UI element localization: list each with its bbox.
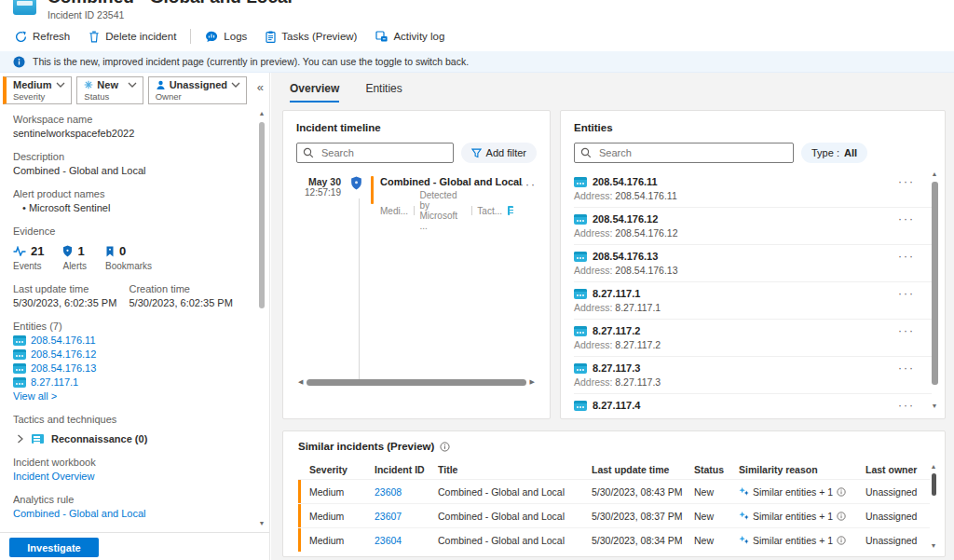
investigate-button[interactable]: Investigate <box>9 538 99 557</box>
column-header-last-owner[interactable]: Last owner <box>865 464 930 475</box>
list-item[interactable]: 8.27.117.3 ··· Address: 8.27.117.3 <box>574 357 932 394</box>
tasks-button[interactable]: Tasks (Preview) <box>256 25 366 48</box>
more-options-button[interactable]: ··· <box>898 289 915 298</box>
scroll-up-icon[interactable]: ▲ <box>256 110 267 116</box>
incident-icon <box>13 0 36 15</box>
list-item[interactable]: 208.54.176.12 ··· Address: 208.54.176.12 <box>574 208 932 245</box>
delete-incident-button[interactable]: Delete incident <box>79 25 185 48</box>
view-all-entities-link[interactable]: View all > <box>13 390 57 402</box>
column-header-title[interactable]: Title <box>438 464 592 475</box>
tactic-name: Reconnaissance (0) <box>51 433 147 444</box>
more-options-button[interactable]: ··· <box>898 177 915 186</box>
chevron-right-icon[interactable] <box>17 434 24 444</box>
column-header-last-update[interactable]: Last update time <box>592 464 694 475</box>
scroll-up-icon[interactable]: ▲ <box>929 171 940 177</box>
similar-incidents-card: Similar incidents (Preview) Severity Inc… <box>282 430 946 557</box>
scrollbar-thumb[interactable] <box>932 182 938 385</box>
status-dropdown[interactable]: New Status <box>76 76 143 104</box>
list-item[interactable]: 208.54.176.11 ··· Address: 208.54.176.11 <box>574 171 932 208</box>
entity-link[interactable]: 8.27.117.1 <box>31 376 78 388</box>
activity-log-icon <box>375 31 388 42</box>
scrollbar-thumb[interactable] <box>307 379 525 386</box>
scrollbar-thumb[interactable] <box>259 122 265 308</box>
scroll-up-icon[interactable]: ▲ <box>928 463 939 470</box>
incident-id-link[interactable]: 23608 <box>375 486 402 498</box>
info-circle-icon[interactable] <box>837 487 846 497</box>
logs-button[interactable]: Logs <box>196 25 256 48</box>
analytics-rule-link[interactable]: Combined - Global and Local <box>13 508 145 519</box>
list-item[interactable]: 208.54.176.13 ··· Address: 208.54.176.13 <box>574 245 932 282</box>
scroll-down-icon[interactable]: ▼ <box>929 403 940 409</box>
column-header-status[interactable]: Status <box>694 464 739 475</box>
scrollbar-thumb[interactable] <box>932 473 936 496</box>
incident-workbook-link[interactable]: Incident Overview <box>13 471 94 482</box>
scroll-left-icon[interactable]: ◀ <box>298 378 303 386</box>
similar-incidents-table: Severity Incident ID Title Last update t… <box>298 460 930 552</box>
logs-icon <box>205 31 218 43</box>
times-row: Last update time 5/30/2023, 6:02:35 PM C… <box>13 283 245 321</box>
entities-scrollbar[interactable]: ▲ ▼ <box>929 171 940 409</box>
collapse-panel-button[interactable]: « <box>257 80 264 94</box>
search-icon <box>580 147 592 158</box>
refresh-button[interactable]: Refresh <box>6 25 79 48</box>
info-circle-icon[interactable] <box>837 512 846 521</box>
scroll-down-icon[interactable]: ▼ <box>928 542 939 549</box>
info-circle-icon[interactable] <box>440 442 450 452</box>
search-icon <box>303 147 314 158</box>
more-options-button[interactable]: ··· <box>898 214 915 224</box>
tab-overview[interactable]: Overview <box>290 82 339 102</box>
more-options-button[interactable]: ··· <box>898 401 915 410</box>
similar-incidents-scrollbar[interactable]: ▲ ▼ <box>928 463 939 549</box>
type-filter-pill[interactable]: Type : All <box>801 143 867 163</box>
evidence-events[interactable]: 21 Events <box>13 244 44 271</box>
tab-entities[interactable]: Entities <box>365 82 402 102</box>
info-circle-icon[interactable] <box>837 536 846 545</box>
workspace-name-value: sentinelworkspacefeb2022 <box>13 128 245 139</box>
severity-bar <box>298 504 301 527</box>
more-options-button[interactable]: ··· <box>898 326 915 335</box>
more-options-button[interactable]: ··· <box>898 252 915 261</box>
ip-entity-icon <box>574 363 587 374</box>
scroll-down-icon[interactable]: ▼ <box>256 520 267 526</box>
more-options-button[interactable]: ··· <box>898 363 915 373</box>
entities-title: Entities <box>574 122 932 133</box>
more-options-button[interactable]: ··· <box>520 176 537 189</box>
incident-details-panel: Medium Severity New Status Unassigned Ow… <box>0 73 270 560</box>
similarity-sparkle-icon <box>739 486 749 497</box>
triage-row: Medium Severity New Status Unassigned Ow… <box>3 76 247 104</box>
table-row[interactable]: Medium 23608 Combined - Global and Local… <box>298 479 930 503</box>
left-panel-scrollbar[interactable]: ▲ ▼ <box>256 110 267 526</box>
add-filter-button[interactable]: Add filter <box>461 143 537 163</box>
timeline-item[interactable]: May 30 12:57:19 Combined - Global and Lo… <box>296 176 537 231</box>
list-item[interactable]: 8.27.117.1 ··· Address: 8.27.117.1 <box>574 282 932 320</box>
chevron-down-icon <box>128 82 137 88</box>
tactic-row[interactable]: Reconnaissance (0) <box>13 433 245 444</box>
table-row[interactable]: Medium 23604 Combined - Global and Local… <box>298 527 930 552</box>
entity-link[interactable]: 208.54.176.12 <box>31 348 96 360</box>
incident-id: Incident ID 23541 <box>48 9 124 20</box>
list-item[interactable]: 8.27.117.4 ··· <box>574 394 932 419</box>
column-header-similarity-reason[interactable]: Similarity reason <box>739 464 865 475</box>
list-item[interactable]: 8.27.117.2 ··· Address: 8.27.117.2 <box>574 320 932 357</box>
owner-dropdown[interactable]: Unassigned Owner <box>148 76 247 104</box>
page-header: Combined - Global and Local Incident ID … <box>13 0 954 24</box>
evidence-bookmarks[interactable]: 0 Bookmarks <box>105 244 152 271</box>
severity-dropdown[interactable]: Medium Severity <box>3 76 72 104</box>
column-header-incident-id[interactable]: Incident ID <box>375 464 438 475</box>
entity-link[interactable]: 208.54.176.11 <box>31 335 96 346</box>
column-header-severity[interactable]: Severity <box>298 460 375 479</box>
timeline-search-input[interactable] <box>296 143 454 163</box>
incident-id-link[interactable]: 23607 <box>375 511 402 522</box>
severity-bar <box>298 480 301 503</box>
chevron-down-icon <box>231 82 240 88</box>
table-row[interactable]: Medium 23607 Combined - Global and Local… <box>298 503 930 527</box>
timeline-horizontal-scrollbar[interactable]: ◀ ▶ <box>298 377 535 387</box>
main-content: Overview Entities Incident timeline Add … <box>271 73 954 560</box>
tactics-label: Tactics and techniques <box>13 414 245 425</box>
entity-link[interactable]: 208.54.176.13 <box>31 362 96 374</box>
evidence-alerts[interactable]: 1 Alerts <box>62 244 87 271</box>
incident-id-link[interactable]: 23604 <box>375 535 402 546</box>
activity-log-button[interactable]: Activity log <box>366 25 454 48</box>
entities-search-input[interactable] <box>574 143 794 163</box>
scroll-right-icon[interactable]: ▶ <box>530 378 535 386</box>
